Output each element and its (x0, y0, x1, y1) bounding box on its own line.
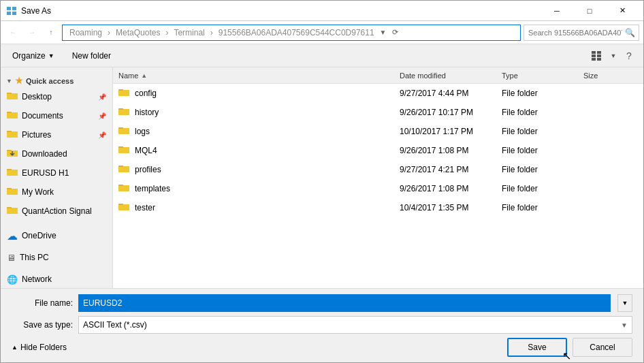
file-type-cell: File folder (502, 203, 583, 212)
svg-rect-27 (118, 108, 123, 110)
svg-rect-23 (7, 207, 12, 208)
file-date-cell: 9/26/2017 1:08 PM (400, 184, 502, 193)
sidebar-item-thispc[interactable]: 🖥 This PC (1, 248, 112, 267)
button-row: ▲ Hide Folders Save ↖ Cancel (12, 338, 632, 357)
svg-rect-28 (118, 128, 129, 134)
view-dropdown-button[interactable]: ▼ (608, 47, 619, 65)
table-row[interactable]: templates 9/26/2017 1:08 PM File folder (113, 179, 643, 198)
folder-icon (7, 206, 18, 217)
svg-rect-36 (118, 204, 129, 210)
file-type-cell: File folder (502, 165, 583, 174)
cancel-button[interactable]: Cancel (573, 338, 632, 357)
col-name-label[interactable]: Name (118, 72, 138, 80)
file-name-dropdown-btn[interactable]: ▼ (617, 294, 632, 312)
file-type-cell: File folder (502, 127, 583, 136)
breadcrumb-part: Terminal (174, 28, 204, 37)
file-type-cell: File folder (502, 89, 583, 98)
breadcrumb-bar: ← → ↑ Roaming › MetaQuotes › Terminal › … (1, 21, 643, 44)
save-button[interactable]: Save (507, 338, 567, 357)
folder-icon (118, 88, 129, 98)
col-date-label[interactable]: Date modified (400, 72, 446, 80)
svg-rect-35 (118, 185, 123, 186)
organize-button[interactable]: Organize ▼ (6, 47, 61, 65)
up-button[interactable]: ↑ (43, 25, 59, 41)
svg-rect-29 (118, 127, 123, 129)
save-type-row: Save as type: ASCII Text (*.csv) ▼ (12, 316, 632, 334)
file-name-cell: logs (135, 127, 150, 136)
organize-dropdown-icon: ▼ (48, 52, 54, 59)
svg-rect-13 (7, 112, 12, 113)
breadcrumb-part: Roaming (69, 28, 102, 37)
search-box[interactable]: 🔍 (524, 25, 639, 41)
svg-rect-34 (118, 185, 129, 191)
file-list: Name ▲ Date modified Type Size (113, 67, 643, 288)
window-icon (6, 5, 17, 16)
table-row[interactable]: tester 10/4/2017 1:35 PM File folder (113, 198, 643, 217)
sidebar-item-desktop[interactable]: Desktop 📌 (1, 87, 112, 106)
breadcrumb-separator: › (108, 28, 110, 37)
forward-button[interactable]: → (24, 25, 40, 41)
save-type-select[interactable]: ASCII Text (*.csv) ▼ (78, 316, 632, 334)
sidebar-item-pictures[interactable]: Pictures 📌 (1, 125, 112, 144)
sidebar-item-my-work[interactable]: My Work (1, 183, 112, 202)
file-type-cell: File folder (502, 108, 583, 117)
table-row[interactable]: config 9/27/2017 4:44 PM File folder (113, 84, 643, 103)
save-type-dropdown-icon: ▼ (621, 321, 628, 329)
search-icon: 🔍 (625, 28, 635, 37)
sidebar-item-downloaded[interactable]: Downloaded (1, 144, 112, 163)
title-bar: Save As ─ □ ✕ (1, 1, 643, 21)
breadcrumb-part: 915566BA06ADA407569C544CC0D97611 (219, 28, 374, 37)
sidebar: ▼ ★ Quick access Desktop 📌 (1, 67, 113, 288)
new-folder-label: New folder (72, 51, 111, 61)
folder-icon (118, 145, 129, 155)
svg-rect-2 (7, 12, 11, 15)
maximize-button[interactable]: □ (574, 1, 605, 21)
sidebar-item-onedrive[interactable]: ☁ OneDrive (1, 226, 112, 245)
minimize-button[interactable]: ─ (541, 1, 573, 21)
search-input[interactable] (528, 29, 622, 37)
file-rows-container: config 9/27/2017 4:44 PM File folder his… (113, 84, 643, 217)
file-name-input[interactable] (78, 294, 611, 312)
file-name-cell: tester (135, 203, 155, 212)
back-button[interactable]: ← (5, 25, 21, 41)
quick-access-header[interactable]: ▼ ★ Quick access (1, 73, 112, 87)
table-row[interactable]: MQL4 9/26/2017 1:08 PM File folder (113, 141, 643, 160)
svg-rect-18 (7, 170, 18, 176)
hide-folders-button[interactable]: ▲ Hide Folders (12, 343, 67, 352)
svg-rect-9 (597, 58, 601, 61)
col-size-label[interactable]: Size (583, 72, 598, 80)
svg-rect-14 (7, 131, 18, 138)
new-folder-button[interactable]: New folder (66, 47, 117, 65)
col-type-label[interactable]: Type (502, 72, 518, 80)
help-button[interactable]: ? (620, 47, 638, 65)
sidebar-item-network[interactable]: 🌐 Network (1, 270, 112, 288)
file-date-cell: 9/26/2017 10:17 PM (400, 108, 502, 117)
folder-icon (118, 202, 129, 212)
sidebar-item-documents[interactable]: Documents 📌 (1, 106, 112, 125)
triangle-down-icon: ▼ (6, 78, 12, 84)
file-input-dropdown[interactable]: ▼ (617, 294, 632, 312)
view-button[interactable] (587, 47, 607, 65)
close-button[interactable]: ✕ (607, 1, 638, 21)
folder-icon (118, 126, 129, 136)
download-folder-icon (7, 148, 18, 159)
file-name-label: File name: (12, 298, 73, 308)
svg-rect-37 (118, 204, 123, 205)
breadcrumb[interactable]: Roaming › MetaQuotes › Terminal › 915566… (62, 25, 521, 41)
breadcrumb-separator: › (165, 28, 168, 37)
organize-label: Organize (12, 51, 46, 61)
table-row[interactable]: profiles 9/27/2017 4:21 PM File folder (113, 160, 643, 179)
sidebar-item-eurusd[interactable]: EURUSD H1 (1, 163, 112, 183)
folder-icon (118, 164, 129, 174)
file-type-cell: File folder (502, 146, 583, 155)
svg-rect-19 (7, 169, 12, 170)
table-row[interactable]: logs 10/10/2017 1:17 PM File folder (113, 122, 643, 141)
svg-rect-11 (7, 93, 12, 94)
table-row[interactable]: history 9/26/2017 10:17 PM File folder (113, 103, 643, 122)
file-date-cell: 10/4/2017 1:35 PM (400, 203, 502, 212)
svg-rect-21 (7, 188, 12, 189)
refresh-button[interactable]: ⟳ (392, 28, 398, 37)
onedrive-section: ☁ OneDrive (1, 226, 112, 245)
sidebar-item-quantaction[interactable]: QuantAction Signal (1, 202, 112, 221)
svg-rect-24 (118, 90, 129, 96)
